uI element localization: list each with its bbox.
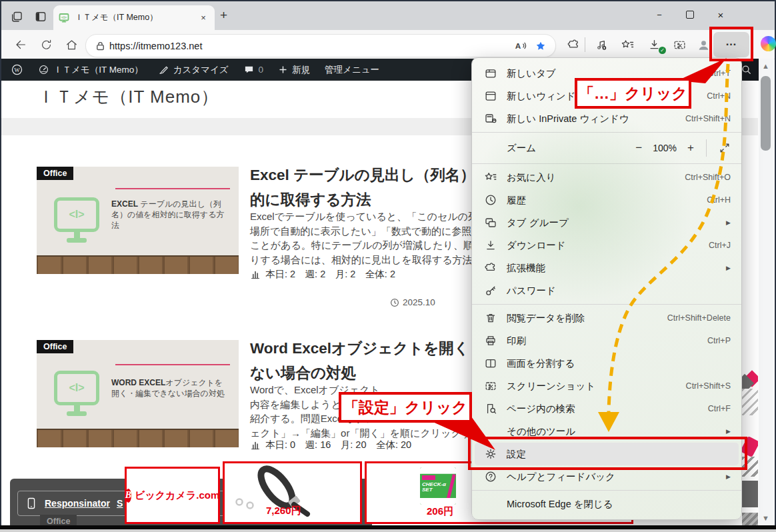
- copilot-icon[interactable]: [761, 36, 776, 51]
- menu-shortcut: Ctrl+H: [707, 195, 731, 205]
- menu-item-delete-browsing-data[interactable]: 閲覧データを削除Ctrl+Shift+Delete: [472, 307, 741, 329]
- collections-button[interactable]: [617, 35, 637, 55]
- home-button[interactable]: [61, 35, 81, 55]
- article-stats: 本日: 0 週: 16 月: 20 全体: 20: [250, 439, 411, 451]
- help-icon: [484, 470, 497, 483]
- menu-item-label: ズーム: [507, 142, 536, 155]
- menu-separator: [472, 304, 741, 305]
- article-date: 2025.10: [390, 297, 435, 307]
- menu-item-history[interactable]: 履歴Ctrl+H: [472, 189, 741, 211]
- menu-separator: [472, 132, 741, 133]
- menu-item-label: 印刷: [507, 335, 526, 347]
- split-screen-icon: [484, 357, 497, 370]
- refresh-icon: [39, 38, 53, 52]
- price-label: 7,260円: [266, 505, 301, 517]
- url-text[interactable]: https://itmemo123.net: [109, 41, 513, 51]
- slide-accent-line: [115, 188, 230, 189]
- read-aloud-icon[interactable]: A: [513, 39, 527, 53]
- wp-site-menu[interactable]: ＩＴメモ（IT Memo）: [38, 64, 143, 76]
- menu-item-find-on-page[interactable]: ページ内の検索Ctrl+F: [472, 397, 741, 420]
- screenshot-button[interactable]: [669, 35, 689, 55]
- back-icon: [13, 37, 28, 52]
- plus-icon: [278, 65, 288, 75]
- workspaces-button[interactable]: [8, 8, 25, 25]
- wp-comments[interactable]: 0: [243, 64, 264, 75]
- menu-shortcut: Ctrl+N: [707, 91, 731, 101]
- callout-settings: 「設定」クリック: [339, 392, 472, 423]
- extensions-button[interactable]: [563, 35, 583, 55]
- price-label: 206円: [427, 505, 453, 518]
- ad-biccamera[interactable]: B ビックカメラ.com: [125, 467, 220, 524]
- favorite-star-icon[interactable]: [534, 39, 547, 53]
- menu-shortcut: Ctrl+Shift+N: [685, 114, 731, 123]
- menu-item-label: 新しいタブ: [507, 67, 556, 80]
- tab-title: ＩＴメモ（IT Memo）: [75, 12, 197, 23]
- menu-item-downloads[interactable]: ダウンロードCtrl+J: [472, 234, 741, 257]
- close-icon: ×: [718, 9, 724, 21]
- wp-admin-menu[interactable]: 管理メニュー: [325, 64, 379, 76]
- thumbnail-floor: [37, 429, 239, 447]
- bar-chart-icon: [250, 440, 261, 451]
- browser-window: <I> ＩＴメモ（IT Memo） × + − × https://itmemo…: [0, 0, 776, 532]
- wp-customize[interactable]: カスタマイズ: [158, 64, 229, 76]
- close-button[interactable]: ×: [709, 7, 732, 23]
- menu-item-label: ページ内の検索: [507, 403, 575, 415]
- article-thumbnail[interactable]: Office <I> EXCEL テーブルの見出し（列名）の値を相対的に取得する…: [37, 167, 239, 274]
- menu-item-label: 画面を分割する: [507, 357, 575, 370]
- phone-icon: [25, 497, 38, 510]
- second-link[interactable]: S: [117, 498, 123, 509]
- menu-item-favorites[interactable]: お気に入りCtrl+Shift+O: [472, 166, 741, 189]
- zoom-in-button[interactable]: +: [687, 141, 694, 155]
- article-thumbnail[interactable]: Office <I> WORD EXCELオブジェクトを開く・編集できない場合の…: [37, 340, 239, 447]
- responsinator-link[interactable]: Responsinator: [45, 498, 110, 509]
- scroll-down-icon[interactable]: ▼: [762, 514, 769, 522]
- menu-item-label: Microsoft Edge を閉じる: [507, 498, 613, 511]
- menu-item-extensions[interactable]: 拡張機能▶: [472, 257, 741, 279]
- product-photo: CHECK-α SET: [420, 467, 456, 505]
- menu-shortcut: Ctrl+J: [709, 241, 731, 250]
- minimize-button[interactable]: −: [648, 7, 671, 23]
- menu-item-screenshot[interactable]: スクリーンショットCtrl+Shift+S: [472, 375, 741, 397]
- address-bar[interactable]: https://itmemo123.net A: [85, 34, 556, 57]
- new-tab-button[interactable]: +: [220, 8, 227, 23]
- inprivate-icon: [484, 112, 497, 125]
- fullscreen-icon[interactable]: [719, 142, 731, 154]
- bar-chart-icon: [250, 269, 261, 280]
- wp-new[interactable]: 新規: [278, 64, 310, 76]
- browser-tab[interactable]: <I> ＩＴメモ（IT Memo） ×: [53, 5, 215, 30]
- highlight-box-more: [709, 27, 753, 61]
- menu-item-close-edge[interactable]: Microsoft Edge を閉じる: [472, 493, 741, 515]
- menu-item-print[interactable]: 印刷Ctrl+P: [472, 329, 741, 352]
- tab-actions-button[interactable]: [32, 8, 49, 25]
- refresh-button[interactable]: [36, 35, 56, 55]
- monitor-logo-icon: <I>: [54, 371, 99, 416]
- menu-item-tab-groups[interactable]: タブ グループ▶: [472, 211, 741, 234]
- menu-item-zoom[interactable]: ズーム−100%+: [472, 135, 741, 161]
- menu-item-label: 履歴: [507, 194, 526, 207]
- collections-star-icon: [621, 38, 635, 52]
- menu-separator: [472, 163, 741, 164]
- media-note-icon: [594, 38, 608, 52]
- menu-item-split-screen[interactable]: 画面を分割する: [472, 352, 741, 375]
- wp-logo-button[interactable]: W: [11, 63, 23, 76]
- scroll-up-icon[interactable]: ▲: [762, 62, 769, 70]
- maximize-button[interactable]: [679, 7, 701, 23]
- menu-item-passwords[interactable]: パスワード: [472, 279, 741, 302]
- menu-item-label: その他のツール: [507, 425, 575, 438]
- dashboard-gauge-icon: [38, 64, 49, 75]
- site-title[interactable]: ＩＴメモ（IT Memo）: [37, 85, 219, 109]
- new-window-icon: [484, 89, 497, 103]
- biccamera-brand: ビックカメラ.com: [135, 489, 219, 502]
- menu-item-label: お気に入り: [507, 171, 556, 184]
- back-button[interactable]: [11, 35, 31, 55]
- submenu-arrow-icon: ▶: [726, 265, 731, 271]
- media-button[interactable]: [591, 35, 611, 55]
- tab-close-icon[interactable]: ×: [197, 13, 209, 23]
- menu-item-new-inprivate-window[interactable]: 新しい InPrivate ウィンドウCtrl+Shift+N: [472, 107, 741, 130]
- menu-shortcut: Ctrl+T: [708, 69, 731, 78]
- zoom-out-button[interactable]: −: [635, 141, 642, 155]
- home-icon: [65, 38, 79, 52]
- menu-separator: [472, 490, 741, 491]
- scrollbar-thumb[interactable]: [761, 76, 771, 151]
- ad-strap[interactable]: 7,260円: [223, 461, 362, 524]
